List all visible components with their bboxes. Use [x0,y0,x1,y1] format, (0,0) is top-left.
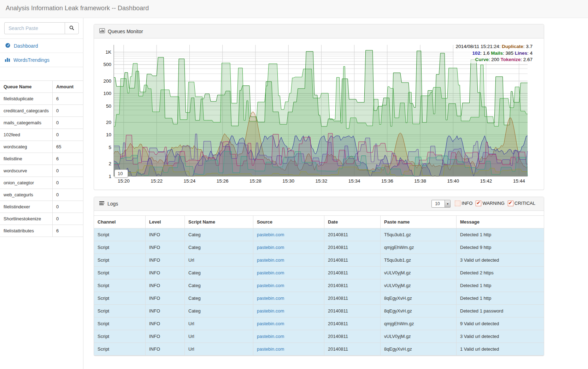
log-cell: Script [94,317,146,330]
page-size-value: 10 [435,201,440,206]
queue-name: filelistduplicate [0,93,52,105]
queues-monitor-body: 1K50020010050201052115:2015:2215:2415:26… [94,43,544,185]
checkbox-critical-checked[interactable] [508,201,513,206]
log-cell[interactable]: pastebin.com [253,317,324,330]
log-cell: qmjgEhWm.gz [381,317,457,330]
log-cell: Script [94,254,146,267]
logs-col-header: Date [324,216,381,228]
log-cell: 8qEgyXvH.gz [381,292,457,305]
queue-table-body: filelistduplicate6creditcard_categcards0… [0,93,83,237]
paste-source-link[interactable]: pastebin.com [257,321,284,326]
log-row: ScriptINFOCategpastebin.com20140811qmjgE… [94,241,544,254]
svg-text:15:40: 15:40 [447,178,459,184]
queue-name: onion_categtor [0,177,52,189]
queue-amount: 0 [52,213,83,225]
paste-source-link[interactable]: pastebin.com [257,296,284,301]
checkbox-warning-checked[interactable] [476,201,481,206]
filter-label: CRITICAL [514,201,535,206]
log-cell: 20140811 [324,228,381,241]
search-input[interactable] [4,22,65,34]
checkbox-info-unchecked[interactable] [455,201,460,206]
log-cell[interactable]: pastebin.com [253,228,324,241]
log-cell[interactable]: pastebin.com [253,305,324,317]
queues-chart[interactable]: 1K50020010050201052115:2015:2215:2415:26… [95,43,542,185]
filter-critical[interactable]: CRITICAL [508,201,535,206]
svg-text:100: 100 [103,91,111,96]
paste-source-link[interactable]: pastebin.com [257,245,284,250]
queue-row: filelistduplicate6 [0,93,83,105]
filter-info[interactable]: INFO [455,201,472,206]
log-cell: Script [94,241,146,254]
queue-amount: 6 [52,93,83,105]
log-cell: INFO [146,305,185,317]
filter-warning[interactable]: WARNING [476,201,504,206]
queue-name: mails_categemails [0,117,52,129]
logs-panel: Logs 10 ▼ INFOWARNINGCRITICAL ChannelLev… [94,197,544,356]
svg-text:15:42: 15:42 [480,178,492,184]
sidebar-item-label: WordsTrendings [13,57,49,63]
log-cell[interactable]: pastebin.com [253,292,324,305]
logs-title: Logs [107,201,118,207]
log-cell: 20140811 [324,330,381,343]
logs-col-header: Script Name [185,216,253,228]
log-cell: INFO [146,343,185,356]
paste-source-link[interactable]: pastebin.com [257,270,284,275]
legend-line: 2014/08/11 15:21:24: Duplicate: 3.7 [456,43,533,50]
queue-amount: 0 [52,129,83,141]
chart-range-box[interactable]: 10 [114,169,128,178]
log-cell[interactable]: pastebin.com [253,279,324,292]
queues-monitor-header: Queues Monitor [94,24,544,38]
sidebar-item-dashboard[interactable]: Dashboard [0,39,83,53]
queues-monitor-title: Queues Monitor [108,29,143,34]
queue-name: wordscateg [0,141,52,153]
paste-source-link[interactable]: pastebin.com [257,308,284,314]
paste-source-link[interactable]: pastebin.com [257,232,284,237]
svg-text:1: 1 [108,174,111,179]
app-title: Analysis Information Leak framework -- D… [0,0,154,17]
queue-row: web_categurls0 [0,189,83,201]
log-cell: 8qEgyXvH.gz [381,305,457,317]
chart-legend: 2014/08/11 15:21:24: Duplicate: 3.7102: … [454,43,533,63]
paste-source-link[interactable]: pastebin.com [257,346,284,352]
log-cell: 3 Valid url detected [457,254,544,267]
queues-chart-canvas[interactable]: 1K50020010050201052115:2015:2215:2415:26… [95,43,542,185]
log-cell: Url [185,330,253,343]
log-cell[interactable]: pastebin.com [253,254,324,267]
queue-name: wordscurve [0,165,52,177]
paste-source-link[interactable]: pastebin.com [257,334,284,339]
logs-table: ChannelLevelScript NameSourceDatePaste n… [94,215,544,356]
log-cell: Detected 1 http [457,228,544,241]
sidebar-item-label: Dashboard [14,43,38,49]
log-cell: 20140811 [324,317,381,330]
queue-row: filelistindexer0 [0,201,83,213]
log-cell[interactable]: pastebin.com [253,241,324,254]
log-row: ScriptINFOCategpastebin.com20140811vULV0… [94,267,544,279]
log-cell: Categ [185,279,253,292]
log-cell: vULV0yjM.gz [381,330,457,343]
logs-col-header: Source [253,216,324,228]
log-cell: 20140811 [324,279,381,292]
log-cell[interactable]: pastebin.com [253,343,324,356]
log-cell[interactable]: pastebin.com [253,330,324,343]
svg-text:15:28: 15:28 [249,178,261,184]
log-cell: Detected 1 password [457,305,544,317]
svg-text:5: 5 [108,145,111,150]
log-cell: Script [94,228,146,241]
queue-table: Queue Name Amount filelistduplicate6cred… [0,81,83,237]
queue-amount: 6 [52,153,83,165]
sidebar: Dashboard WordsTrendings Queue Name Amou… [0,18,83,369]
page-size-select[interactable]: 10 ▼ [431,200,451,208]
search-button[interactable] [65,22,79,34]
queue-name: creditcard_categcards [0,105,52,117]
svg-text:10: 10 [106,132,111,137]
log-cell[interactable]: pastebin.com [253,267,324,279]
paste-source-link[interactable]: pastebin.com [257,283,284,288]
paste-source-link[interactable]: pastebin.com [257,257,284,263]
log-cell: Categ [185,241,253,254]
logs-header: Logs 10 ▼ INFOWARNINGCRITICAL [94,197,544,211]
queue-name: filelistline [0,153,52,165]
log-row: ScriptINFOUrlpastebin.com20140811qmjgEhW… [94,317,544,330]
log-cell: Script [94,279,146,292]
amount-header: Amount [52,81,83,93]
sidebar-item-wordstrendings[interactable]: WordsTrendings [0,53,83,67]
